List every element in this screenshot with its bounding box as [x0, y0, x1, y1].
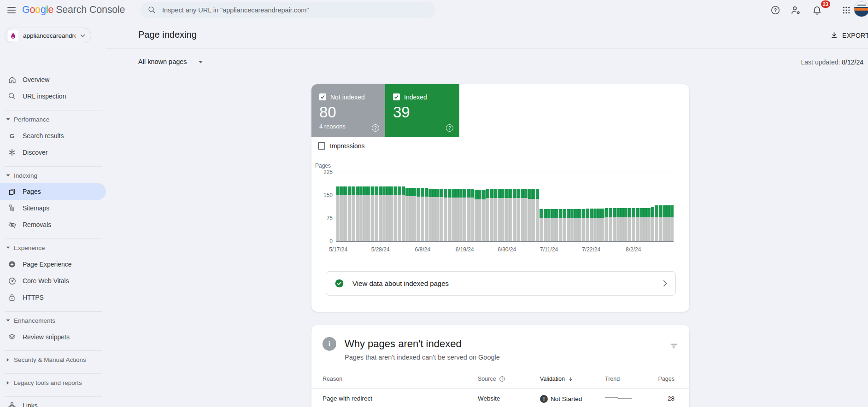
- chart-bar[interactable]: [409, 188, 412, 242]
- sidebar-item-review-snippets[interactable]: Review snippets: [0, 329, 106, 345]
- chart-bar[interactable]: [628, 208, 631, 242]
- chart-bar[interactable]: [670, 205, 674, 242]
- chart-bar[interactable]: [356, 186, 359, 242]
- chart-bar[interactable]: [590, 209, 593, 242]
- chart-bar[interactable]: [478, 190, 481, 242]
- chart-bar[interactable]: [574, 209, 577, 242]
- chart-bar[interactable]: [428, 189, 432, 242]
- not-indexed-checkbox[interactable]: [319, 93, 326, 100]
- chart-bar[interactable]: [578, 209, 581, 242]
- sidebar-section-experience[interactable]: Experience: [0, 241, 106, 255]
- sidebar-item-url-inspection[interactable]: URL inspection: [0, 88, 106, 105]
- chart-bar[interactable]: [551, 209, 554, 242]
- sidebar-item-search-results[interactable]: GSearch results: [0, 128, 106, 144]
- impressions-checkbox[interactable]: [318, 142, 325, 150]
- chart-bar[interactable]: [505, 189, 508, 242]
- chart-bar[interactable]: [655, 205, 658, 242]
- chart-bar[interactable]: [444, 189, 447, 242]
- chart-bar[interactable]: [425, 188, 428, 242]
- chart-bar[interactable]: [536, 189, 539, 242]
- column-header-validation[interactable]: Validation: [540, 376, 573, 382]
- url-inspect-search-bar[interactable]: [141, 2, 435, 18]
- chart-bar[interactable]: [647, 208, 651, 242]
- chart-bar[interactable]: [532, 189, 535, 242]
- chart-bar[interactable]: [605, 208, 608, 242]
- property-selector[interactable]: appliancecareandre...: [5, 28, 91, 43]
- help-icon[interactable]: ?: [769, 4, 782, 17]
- chart-bar[interactable]: [463, 189, 466, 242]
- view-indexed-data-link[interactable]: View data about indexed pages: [326, 271, 676, 296]
- chart-bar[interactable]: [663, 205, 666, 242]
- chart-bar[interactable]: [559, 209, 562, 242]
- chart-bar[interactable]: [616, 208, 620, 242]
- chart-bar[interactable]: [593, 209, 597, 242]
- chart-bar[interactable]: [340, 186, 343, 242]
- chart-bar[interactable]: [639, 208, 643, 242]
- chart-bar[interactable]: [390, 186, 393, 242]
- chart-bar[interactable]: [501, 189, 504, 242]
- sidebar-item-links[interactable]: Links: [0, 397, 106, 407]
- chart-bar[interactable]: [498, 189, 501, 242]
- app-logo[interactable]: GoogleSearch Console: [22, 4, 125, 16]
- chart-bar[interactable]: [624, 208, 628, 242]
- chart-bar[interactable]: [601, 209, 604, 242]
- chart-bar[interactable]: [432, 189, 435, 242]
- chart-bar[interactable]: [597, 209, 600, 242]
- chart-bar[interactable]: [516, 189, 520, 242]
- chart-bar[interactable]: [448, 189, 451, 242]
- chart-bar[interactable]: [336, 186, 340, 242]
- chart-bar[interactable]: [371, 186, 374, 242]
- chart-bar[interactable]: [486, 189, 489, 242]
- chart-bar[interactable]: [379, 186, 382, 242]
- sidebar-section-indexing[interactable]: Indexing: [0, 169, 106, 182]
- chart-bar[interactable]: [666, 205, 669, 242]
- not-indexed-tile[interactable]: Not indexed 80 4 reasons ?: [311, 84, 385, 137]
- chart-bar[interactable]: [467, 189, 470, 242]
- chart-bar[interactable]: [470, 189, 474, 242]
- chart-bar[interactable]: [609, 208, 612, 242]
- sidebar-item-overview[interactable]: Overview: [0, 71, 106, 88]
- chart-bar[interactable]: [455, 189, 458, 242]
- account-avatar[interactable]: [854, 1, 868, 17]
- sidebar-item-core-web-vitals[interactable]: Core Web Vitals: [0, 273, 106, 289]
- chart-bar[interactable]: [363, 186, 366, 242]
- chart-bar[interactable]: [482, 190, 485, 242]
- search-input[interactable]: [162, 6, 411, 14]
- chart-bar[interactable]: [394, 186, 397, 242]
- sidebar-section-enhancements[interactable]: Enhancements: [0, 314, 106, 327]
- google-apps-grid-icon[interactable]: [840, 4, 853, 17]
- help-circle-icon[interactable]: ?: [446, 124, 453, 132]
- chart-bar[interactable]: [459, 189, 463, 242]
- chart-bar[interactable]: [405, 188, 409, 242]
- column-header-reason[interactable]: Reason: [323, 376, 342, 382]
- chart-bar[interactable]: [367, 186, 370, 242]
- chart-bar[interactable]: [643, 208, 646, 242]
- sidebar-item-https[interactable]: HTTPS: [0, 289, 106, 306]
- chart-bar[interactable]: [402, 186, 405, 242]
- chart-bar[interactable]: [509, 189, 512, 242]
- sidebar-section-security-manual-actions[interactable]: Security & Manual Actions: [0, 353, 106, 366]
- sidebar-item-page-experience[interactable]: Page Experience: [0, 256, 106, 273]
- chart-bar[interactable]: [540, 209, 543, 242]
- chart-bar[interactable]: [528, 189, 531, 242]
- sidebar-item-removals[interactable]: Removals: [0, 216, 106, 233]
- chart-bar[interactable]: [421, 188, 424, 242]
- sidebar-item-discover[interactable]: Discover: [0, 144, 106, 161]
- column-header-trend[interactable]: Trend: [605, 376, 620, 382]
- user-settings-icon[interactable]: [789, 4, 802, 17]
- chart-bar[interactable]: [417, 188, 420, 242]
- hamburger-menu-icon[interactable]: [6, 4, 18, 16]
- chart-bar[interactable]: [555, 209, 558, 242]
- help-circle-icon[interactable]: ?: [499, 376, 505, 382]
- chart-bar[interactable]: [570, 209, 574, 242]
- chart-bar[interactable]: [524, 189, 528, 242]
- chart-bar[interactable]: [386, 186, 389, 242]
- chart-bar[interactable]: [659, 205, 662, 242]
- help-circle-icon[interactable]: ?: [372, 124, 379, 132]
- known-pages-dropdown[interactable]: All known pages: [138, 58, 203, 65]
- chart-bar[interactable]: [493, 189, 497, 242]
- chart-bar[interactable]: [398, 186, 401, 242]
- chart-bar[interactable]: [651, 207, 654, 242]
- export-button[interactable]: EXPORT: [830, 31, 868, 39]
- sidebar-section-legacy-tools-and-reports[interactable]: Legacy tools and reports: [0, 376, 106, 390]
